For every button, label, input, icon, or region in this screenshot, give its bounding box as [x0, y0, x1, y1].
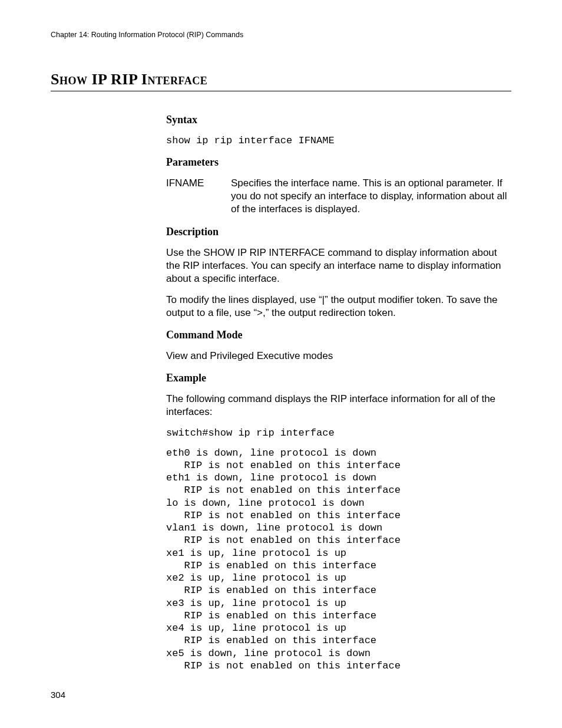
description-heading: Description: [166, 226, 511, 238]
command-mode-heading: Command Mode: [166, 329, 511, 341]
description-para1: Use the SHOW IP RIP INTERFACE command to…: [166, 246, 511, 285]
parameters-heading: Parameters: [166, 156, 511, 169]
parameter-description: Specifies the interface name. This is an…: [231, 177, 511, 216]
page-title: Show IP RIP Interface: [51, 71, 511, 91]
syntax-heading: Syntax: [166, 114, 511, 126]
example-intro: The following command displays the RIP i…: [166, 393, 511, 419]
page-container: Chapter 14: Routing Information Protocol…: [0, 0, 562, 672]
content-area: Syntax show ip rip interface IFNAME Para…: [166, 114, 511, 672]
running-header: Chapter 14: Routing Information Protocol…: [51, 31, 511, 39]
example-heading: Example: [166, 372, 511, 384]
description-para2: To modify the lines displayed, use “|” t…: [166, 294, 511, 319]
example-output: eth0 is down, line protocol is down RIP …: [166, 447, 511, 673]
parameter-row: IFNAME Specifies the interface name. Thi…: [166, 177, 511, 216]
page-number: 304: [51, 690, 65, 700]
command-mode-text: View and Privileged Executive modes: [166, 350, 511, 363]
example-command: switch#show ip rip interface: [166, 427, 511, 439]
parameter-name: IFNAME: [166, 177, 231, 216]
syntax-command: show ip rip interface IFNAME: [166, 134, 511, 147]
